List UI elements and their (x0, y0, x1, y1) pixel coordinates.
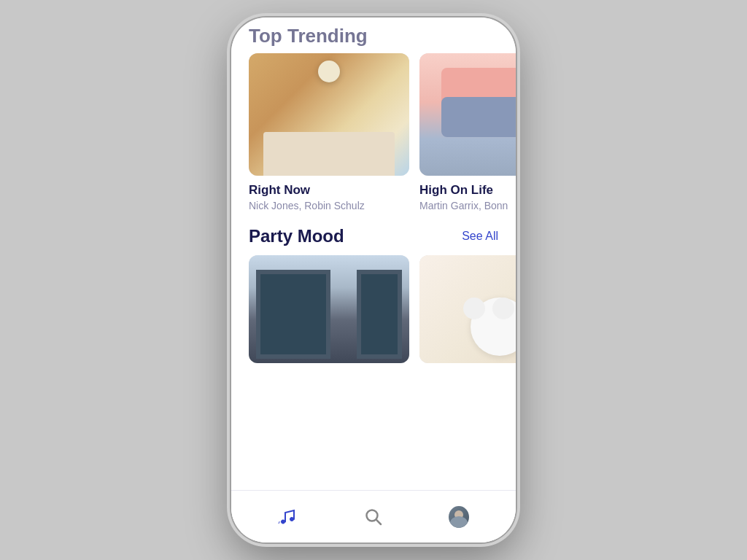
user-avatar (449, 506, 469, 528)
see-all-button[interactable]: See All (462, 230, 498, 243)
party-card-building-image (249, 255, 409, 363)
card-right-now-label: Right Now (249, 183, 409, 198)
party-mood-header: Party Mood See All (231, 214, 516, 255)
card-high-on-life-sublabel: Martin Garrix, Bonn (419, 200, 516, 211)
towels-thumbnail (419, 53, 516, 176)
card-right-now[interactable]: Right Now Nick Jones, Robin Schulz (249, 53, 409, 211)
scroll-content: Top Trending Right Now Nick Jones, Robin… (231, 18, 516, 490)
screen: Top Trending Right Now Nick Jones, Robin… (231, 18, 516, 542)
nav-item-search[interactable] (352, 499, 395, 535)
top-trending-title: Top Trending (249, 25, 498, 47)
party-cards-row (231, 255, 516, 363)
building-thumbnail (249, 255, 409, 363)
party-card-building[interactable] (249, 255, 409, 363)
bedroom-thumbnail (249, 53, 409, 176)
card-right-now-sublabel: Nick Jones, Robin Schulz (249, 200, 409, 211)
trending-cards-row: Right Now Nick Jones, Robin Schulz High … (231, 53, 516, 211)
svg-line-1 (376, 519, 381, 524)
card-high-on-life[interactable]: High On Life Martin Garrix, Bonn (419, 53, 516, 211)
card-high-on-life-label: High On Life (419, 183, 516, 198)
top-title-area: Top Trending (231, 18, 516, 53)
party-mood-title: Party Mood (249, 226, 344, 246)
bottom-navigation (231, 490, 516, 542)
profile-avatar-icon (449, 507, 469, 527)
nav-item-profile[interactable] (437, 499, 481, 535)
search-icon (363, 507, 384, 527)
card-right-now-image (249, 53, 409, 176)
music-note-icon (278, 507, 298, 527)
nav-item-music[interactable] (266, 499, 310, 535)
card-high-on-life-image (419, 53, 516, 176)
party-card-teddy[interactable] (419, 255, 516, 363)
teddy-thumbnail (419, 255, 516, 363)
party-card-teddy-image (419, 255, 516, 363)
phone-frame: Top Trending Right Now Nick Jones, Robin… (231, 18, 516, 542)
